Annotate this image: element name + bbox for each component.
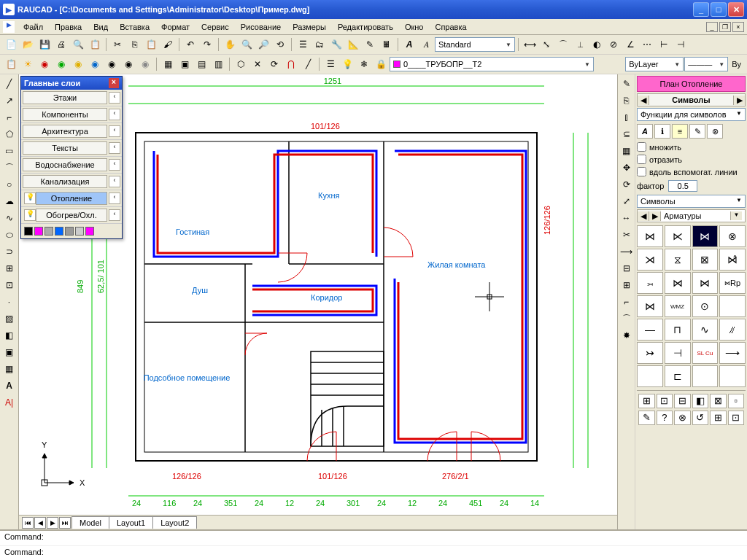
menu-сервис[interactable]: Сервис: [196, 21, 235, 33]
rb-tool-f[interactable]: ⊡: [728, 411, 745, 425]
dim-dia-icon[interactable]: ⊘: [605, 36, 622, 52]
text-icon[interactable]: A: [401, 36, 417, 52]
region-tool-icon[interactable]: ▣: [1, 344, 18, 360]
arc-tool-icon[interactable]: ⌒: [1, 160, 18, 176]
rb-snap-icon[interactable]: ⊞: [638, 394, 655, 408]
textstyle-icon[interactable]: 𝐴: [418, 36, 434, 52]
freeze-icon[interactable]: ❄: [356, 56, 372, 72]
mtext-tool-icon[interactable]: A: [1, 378, 18, 394]
sym-valve-1[interactable]: ⋈: [637, 225, 663, 247]
dim-ang-icon[interactable]: ∠: [622, 36, 638, 52]
funcicon-b[interactable]: ℹ: [654, 124, 670, 139]
menu-вид[interactable]: Вид: [88, 21, 114, 33]
open-icon[interactable]: 📂: [20, 36, 36, 52]
block-icon[interactable]: ▦: [160, 56, 176, 72]
chamfer-icon[interactable]: ⌐: [619, 294, 635, 310]
menu-редактировать[interactable]: Редактировать: [332, 21, 399, 33]
menu-размеры[interactable]: Размеры: [287, 21, 332, 33]
linetype-combo[interactable]: ByLayer▼: [625, 57, 684, 71]
block2-icon[interactable]: ▣: [177, 56, 193, 72]
lock-icon[interactable]: 🔒: [373, 56, 389, 72]
mdi-restore[interactable]: ❐: [719, 22, 731, 32]
sym-valve-18[interactable]: ⊓: [665, 319, 691, 341]
rb-lwt-icon[interactable]: ▫: [728, 394, 745, 408]
undo-icon[interactable]: ↶: [182, 36, 198, 52]
dim-arc-icon[interactable]: ⌒: [555, 36, 571, 52]
print-icon[interactable]: 🖨: [53, 36, 69, 52]
ray-tool-icon[interactable]: ↗: [1, 93, 18, 109]
funcicon-c[interactable]: ≡: [672, 124, 688, 139]
sym-valve-12[interactable]: ⋈Rp: [719, 272, 746, 294]
trim-icon[interactable]: ✂: [619, 227, 635, 243]
rb-tool-c[interactable]: ⊗: [674, 411, 691, 425]
props-icon[interactable]: ☰: [295, 36, 311, 52]
layers-panel-close-icon[interactable]: ×: [109, 78, 119, 88]
sym-valve-9[interactable]: ⟕: [637, 272, 663, 294]
chk-refl[interactable]: [637, 155, 646, 164]
sym-valve-27[interactable]: [692, 365, 719, 387]
sym-prev-icon[interactable]: ◀: [638, 96, 649, 105]
break-icon[interactable]: ⊟: [619, 260, 635, 276]
close-button[interactable]: ✕: [728, 2, 744, 17]
gradient-tool-icon[interactable]: ◧: [1, 327, 18, 343]
minimize-button[interactable]: _: [693, 2, 709, 17]
text-tool-icon[interactable]: A|: [1, 394, 18, 411]
sym-valve-2[interactable]: ⋉: [665, 225, 691, 247]
sym-valve-25[interactable]: [637, 365, 663, 387]
hatch-tool-icon[interactable]: ▨: [1, 311, 18, 327]
zoom-win-icon[interactable]: 🔎: [255, 36, 271, 52]
tab-layout2[interactable]: Layout2: [152, 516, 197, 529]
qcalc-icon[interactable]: 🖩: [379, 36, 395, 52]
sym-valve-23[interactable]: SL Cu: [692, 342, 719, 364]
sun-icon[interactable]: ☀: [20, 56, 36, 72]
rect-tool-icon[interactable]: ▭: [1, 143, 18, 159]
axis-icon[interactable]: ✕: [249, 56, 266, 72]
funcicon-e[interactable]: ⊗: [707, 124, 723, 139]
extend-icon[interactable]: ⟶: [619, 244, 635, 260]
scale-icon[interactable]: ⤢: [619, 193, 635, 209]
array-icon[interactable]: ▦: [619, 143, 635, 159]
layer-item-0[interactable]: Этажи‹: [21, 90, 122, 106]
layer-item-6[interactable]: 💡Отопление‹: [21, 190, 122, 207]
erase-icon[interactable]: ✎: [619, 76, 635, 92]
spline-tool-icon[interactable]: ∿: [1, 210, 18, 226]
cat-prev-icon[interactable]: ◀: [638, 211, 649, 221]
preview-icon[interactable]: 🔍: [70, 36, 86, 52]
sym-valve-11[interactable]: ⋈: [692, 272, 719, 294]
block3-icon[interactable]: ▤: [193, 56, 209, 72]
circle-e-icon[interactable]: ◉: [104, 56, 120, 72]
func-dropdown[interactable]: Функции для символов▼: [637, 108, 746, 121]
dim-cont-icon[interactable]: ⊣: [673, 36, 689, 52]
magnet-icon[interactable]: ⋂: [283, 56, 299, 72]
copy-icon[interactable]: ⎘: [126, 36, 142, 52]
layers-icon[interactable]: ☰: [322, 56, 338, 72]
paste-icon[interactable]: 📋: [143, 36, 159, 52]
sym-valve-8[interactable]: ⋈̂: [719, 249, 746, 271]
sym-valve-5[interactable]: ⋊: [637, 249, 663, 271]
menu-справка[interactable]: Справка: [429, 21, 472, 33]
tab-layout1[interactable]: Layout1: [109, 516, 153, 529]
fillet-icon[interactable]: ⌒: [619, 311, 635, 327]
cut-icon[interactable]: ✂: [109, 36, 125, 52]
join-icon[interactable]: ⊞: [619, 277, 635, 293]
drawing-area[interactable]: Главные слои× Этажи‹Компоненты‹Архитекту…: [19, 74, 617, 529]
rb-tool-d[interactable]: ↺: [692, 411, 709, 425]
tab-first-icon[interactable]: ⏮: [22, 517, 34, 529]
layer-item-7[interactable]: 💡Обогрев/Охл.‹: [21, 207, 122, 224]
sym-valve-20[interactable]: ⫽: [719, 319, 746, 341]
sym-valve-15[interactable]: ⊙: [692, 295, 719, 317]
circle-f-icon[interactable]: ◉: [120, 56, 136, 72]
redo-icon[interactable]: ↷: [199, 36, 215, 52]
sym-valve-10[interactable]: ⋈: [665, 272, 691, 294]
sym-valve-21[interactable]: ↣: [637, 342, 663, 364]
factor-input[interactable]: [668, 180, 697, 192]
cat-next-icon[interactable]: ▶: [649, 211, 661, 221]
menu-вставка[interactable]: Вставка: [114, 21, 155, 33]
layer-item-3[interactable]: Тексты‹: [21, 140, 122, 157]
sym-valve-26[interactable]: ⊏: [665, 365, 691, 387]
rotate-icon[interactable]: ⟳: [619, 176, 635, 192]
match-icon[interactable]: 🖌: [160, 36, 176, 52]
circle-a-icon[interactable]: ◉: [36, 56, 53, 72]
circle-d-icon[interactable]: ◉: [87, 56, 103, 72]
rb-tool-b[interactable]: ?: [657, 411, 673, 425]
